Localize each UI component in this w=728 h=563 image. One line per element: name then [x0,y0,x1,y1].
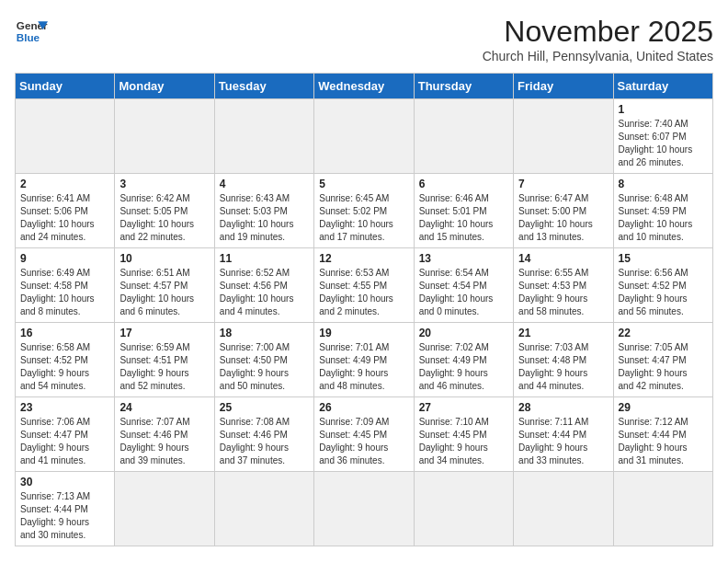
day-info: Sunrise: 6:46 AM Sunset: 5:01 PM Dayligh… [419,192,508,244]
weekday-header-cell: Sunday [16,74,115,99]
calendar-subtitle: Church Hill, Pennsylvania, United States [483,49,713,63]
day-number: 12 [319,252,408,265]
calendar-day-cell: 13Sunrise: 6:54 AM Sunset: 4:54 PM Dayli… [414,248,513,323]
title-block: November 2025 Church Hill, Pennsylvania,… [483,15,713,63]
day-info: Sunrise: 7:40 AM Sunset: 6:07 PM Dayligh… [619,118,708,169]
day-number: 8 [619,178,708,190]
day-number: 29 [619,401,708,414]
calendar-day-cell: 8Sunrise: 6:48 AM Sunset: 4:59 PM Daylig… [613,174,712,248]
day-number: 27 [419,401,508,414]
day-number: 23 [20,401,109,414]
calendar-day-cell: 7Sunrise: 6:47 AM Sunset: 5:00 PM Daylig… [514,174,613,248]
calendar-body: 1Sunrise: 7:40 AM Sunset: 6:07 PM Daylig… [16,99,713,546]
day-number: 26 [319,401,408,414]
calendar-day-cell [314,99,414,174]
calendar-day-cell: 9Sunrise: 6:49 AM Sunset: 4:58 PM Daylig… [16,248,115,323]
calendar-week-row: 16Sunrise: 6:58 AM Sunset: 4:52 PM Dayli… [16,323,713,397]
day-info: Sunrise: 6:58 AM Sunset: 4:52 PM Dayligh… [20,341,109,393]
day-number: 5 [319,178,408,190]
calendar-day-cell: 3Sunrise: 6:42 AM Sunset: 5:05 PM Daylig… [115,174,214,248]
day-info: Sunrise: 7:00 AM Sunset: 4:50 PM Dayligh… [220,341,309,393]
calendar-week-row: 23Sunrise: 7:06 AM Sunset: 4:47 PM Dayli… [16,397,713,472]
calendar-day-cell: 22Sunrise: 7:05 AM Sunset: 4:47 PM Dayli… [613,323,712,397]
calendar-day-cell: 25Sunrise: 7:08 AM Sunset: 4:46 PM Dayli… [214,397,313,472]
calendar-day-cell: 17Sunrise: 6:59 AM Sunset: 4:51 PM Dayli… [115,323,214,397]
day-number: 7 [518,178,608,190]
calendar-day-cell: 29Sunrise: 7:12 AM Sunset: 4:44 PM Dayli… [613,397,712,472]
day-info: Sunrise: 6:55 AM Sunset: 4:53 PM Dayligh… [518,267,608,318]
calendar-day-cell [414,472,513,546]
logo-icon: General Blue [15,15,48,48]
calendar-day-cell [514,99,613,174]
calendar-day-cell: 10Sunrise: 6:51 AM Sunset: 4:57 PM Dayli… [115,248,214,323]
day-number: 3 [119,178,209,190]
day-number: 22 [619,327,708,339]
calendar-day-cell: 27Sunrise: 7:10 AM Sunset: 4:45 PM Dayli… [414,397,513,472]
calendar-day-cell: 1Sunrise: 7:40 AM Sunset: 6:07 PM Daylig… [613,99,712,174]
calendar-day-cell [514,472,613,546]
calendar-day-cell [115,472,214,546]
header: General Blue November 2025 Church Hill, … [15,15,713,63]
day-number: 21 [518,327,608,339]
day-info: Sunrise: 6:48 AM Sunset: 4:59 PM Dayligh… [619,192,708,244]
day-number: 24 [119,401,209,414]
day-info: Sunrise: 6:49 AM Sunset: 4:58 PM Dayligh… [20,267,109,318]
calendar-day-cell: 19Sunrise: 7:01 AM Sunset: 4:49 PM Dayli… [314,323,414,397]
day-info: Sunrise: 6:47 AM Sunset: 5:00 PM Dayligh… [518,192,608,244]
calendar-day-cell: 24Sunrise: 7:07 AM Sunset: 4:46 PM Dayli… [115,397,214,472]
day-info: Sunrise: 7:08 AM Sunset: 4:46 PM Dayligh… [220,416,309,467]
calendar-day-cell: 5Sunrise: 6:45 AM Sunset: 5:02 PM Daylig… [314,174,414,248]
day-info: Sunrise: 6:51 AM Sunset: 4:57 PM Dayligh… [119,267,209,318]
day-info: Sunrise: 6:42 AM Sunset: 5:05 PM Dayligh… [119,192,209,244]
day-number: 25 [220,401,309,414]
day-info: Sunrise: 7:11 AM Sunset: 4:44 PM Dayligh… [518,416,608,467]
calendar-day-cell: 14Sunrise: 6:55 AM Sunset: 4:53 PM Dayli… [514,248,613,323]
calendar-day-cell: 28Sunrise: 7:11 AM Sunset: 4:44 PM Dayli… [514,397,613,472]
day-number: 30 [20,476,109,488]
day-info: Sunrise: 7:13 AM Sunset: 4:44 PM Dayligh… [20,490,109,542]
day-info: Sunrise: 7:05 AM Sunset: 4:47 PM Dayligh… [619,341,708,393]
calendar-day-cell: 30Sunrise: 7:13 AM Sunset: 4:44 PM Dayli… [16,472,115,546]
logo: General Blue [15,15,48,48]
day-number: 4 [220,178,309,190]
calendar-day-cell [314,472,414,546]
day-info: Sunrise: 6:56 AM Sunset: 4:52 PM Dayligh… [619,267,708,318]
svg-text:Blue: Blue [17,31,40,43]
day-number: 14 [518,252,608,265]
calendar-week-row: 9Sunrise: 6:49 AM Sunset: 4:58 PM Daylig… [16,248,713,323]
calendar-title: November 2025 [483,15,713,49]
calendar-day-cell: 18Sunrise: 7:00 AM Sunset: 4:50 PM Dayli… [214,323,313,397]
day-number: 18 [220,327,309,339]
calendar-day-cell: 4Sunrise: 6:43 AM Sunset: 5:03 PM Daylig… [214,174,313,248]
calendar-day-cell [414,99,513,174]
calendar-day-cell [115,99,214,174]
calendar-day-cell: 12Sunrise: 6:53 AM Sunset: 4:55 PM Dayli… [314,248,414,323]
day-number: 6 [419,178,508,190]
day-info: Sunrise: 6:53 AM Sunset: 4:55 PM Dayligh… [319,267,408,318]
calendar-week-row: 30Sunrise: 7:13 AM Sunset: 4:44 PM Dayli… [16,472,713,546]
day-number: 13 [419,252,508,265]
day-number: 15 [619,252,708,265]
weekday-header-cell: Saturday [613,74,712,99]
day-info: Sunrise: 6:45 AM Sunset: 5:02 PM Dayligh… [319,192,408,244]
calendar-day-cell [613,472,712,546]
day-number: 20 [419,327,508,339]
calendar-day-cell: 21Sunrise: 7:03 AM Sunset: 4:48 PM Dayli… [514,323,613,397]
day-number: 1 [619,103,708,116]
weekday-header-cell: Monday [115,74,214,99]
day-info: Sunrise: 6:41 AM Sunset: 5:06 PM Dayligh… [20,192,109,244]
weekday-header-row: SundayMondayTuesdayWednesdayThursdayFrid… [16,74,713,99]
day-info: Sunrise: 7:06 AM Sunset: 4:47 PM Dayligh… [20,416,109,467]
calendar-day-cell: 6Sunrise: 6:46 AM Sunset: 5:01 PM Daylig… [414,174,513,248]
calendar-day-cell [214,472,313,546]
day-number: 19 [319,327,408,339]
day-number: 28 [518,401,608,414]
calendar-day-cell: 11Sunrise: 6:52 AM Sunset: 4:56 PM Dayli… [214,248,313,323]
day-info: Sunrise: 7:10 AM Sunset: 4:45 PM Dayligh… [419,416,508,467]
day-number: 17 [119,327,209,339]
day-number: 16 [20,327,109,339]
calendar-day-cell: 20Sunrise: 7:02 AM Sunset: 4:49 PM Dayli… [414,323,513,397]
calendar-week-row: 2Sunrise: 6:41 AM Sunset: 5:06 PM Daylig… [16,174,713,248]
calendar-day-cell: 15Sunrise: 6:56 AM Sunset: 4:52 PM Dayli… [613,248,712,323]
day-number: 11 [220,252,309,265]
